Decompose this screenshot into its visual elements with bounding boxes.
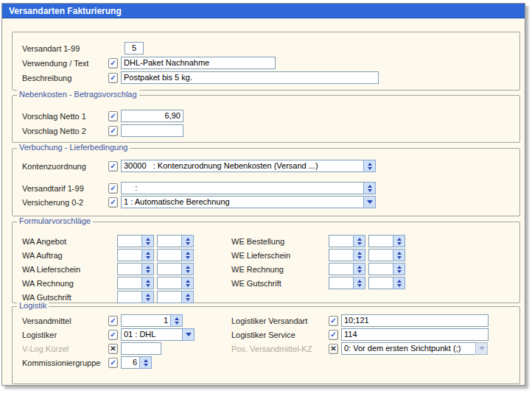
logistiker-select[interactable]: 01 : DHL [121,328,183,341]
pos-versandmittel-cross-button[interactable]: ✕ [329,344,338,354]
spinner-up-icon [146,238,150,241]
spinner-button[interactable] [181,263,194,275]
kontenzuordnung-spinner-button[interactable] [363,160,376,172]
versandtarif-row: Versandtarif 1-99 ✓ : [22,182,519,194]
versandmittel-input[interactable]: 1 [121,314,171,327]
netto2-input[interactable] [121,124,183,137]
we-gutschrift-label: WE Gutschrift [231,279,329,288]
versandtarif-input[interactable]: : [121,182,364,194]
wa-lieferschein-input-1[interactable] [117,263,142,275]
logistiker-versandart-check-button[interactable]: ✓ [329,316,338,326]
wa-angebot-input-2[interactable] [157,235,182,247]
we-rechnung-label: WE Rechnung [231,265,329,274]
verwendung-input[interactable]: DHL-Paket Nachnahme [121,57,276,69]
spinner-down-icon [357,256,362,259]
logistiker-service-check-button[interactable]: ✓ [329,330,338,340]
versandmittel-label: Versandmittel [22,317,108,325]
spinner-button[interactable] [353,277,365,289]
beschreibung-check-button[interactable]: ✓ [108,73,118,83]
spinner-up-icon [368,163,372,166]
versandmittel-spinner-button[interactable] [170,314,183,327]
spinner-button[interactable] [141,277,154,289]
check-icon: ✓ [110,317,116,325]
netto1-input[interactable]: 6,90 [121,110,183,122]
spinner-button[interactable] [141,263,154,275]
vlog-label: V-Log Kürzel [22,344,108,353]
we-lieferschein-input-2[interactable] [368,249,393,261]
versicherung-dropdown-button[interactable] [363,196,376,208]
spinner-button[interactable] [141,235,154,247]
pos-versandmittel-select[interactable]: 0: Vor dem ersten Srichtpunkt (;) [341,342,476,355]
spinner-up-icon [146,266,150,269]
spinner-button[interactable] [181,291,194,303]
spinner-up-icon [186,294,190,297]
wa-rechnung-input-2[interactable] [157,277,182,289]
versicherung-check-button[interactable]: ✓ [108,197,118,208]
netto2-check-button[interactable]: ✓ [108,126,118,136]
pos-versandmittel-dropdown-button [475,342,488,355]
dropdown-arrow-icon [479,347,485,350]
spinner-up-icon [175,317,179,320]
spinner-down-icon [357,242,362,245]
spinner-up-icon [186,266,190,269]
wa-auftrag-input-1[interactable] [117,249,142,261]
verwendung-check-button[interactable]: ✓ [108,58,118,68]
logistiker-check-button[interactable]: ✓ [108,330,118,340]
kontenzuordnung-row: Kontenzuordnung ✓ 30000 : Kontenzurodnun… [22,160,519,172]
spinner-up-icon [397,238,402,241]
wa-gutschrift-input-1[interactable] [117,291,142,303]
we-rechnung-input-2[interactable] [368,263,393,275]
versicherung-select[interactable]: 1 : Automatische Berechnung [121,196,364,208]
spinner-up-icon [397,266,402,269]
spinner-button[interactable] [393,235,405,247]
we-bestellung-input-2[interactable] [368,235,393,247]
we-lieferschein-input-1[interactable] [329,249,354,261]
group-nebenkosten-title: Nebenkosten - Betragsvorschlag [17,90,139,99]
group-logistik-title: Logistik [17,301,49,310]
netto1-check-button[interactable]: ✓ [108,111,118,121]
vlog-input[interactable] [121,342,161,355]
spinner-up-icon [397,280,402,283]
versandmittel-check-button[interactable]: ✓ [108,316,118,326]
spinner-button[interactable] [393,263,405,275]
kommissioniergruppe-check-button[interactable]: ✓ [108,358,118,368]
logistiker-versandart-input[interactable]: 10;121 [341,314,489,327]
wa-gutschrift-input-2[interactable] [157,291,182,303]
logistiker-service-input[interactable]: 114 [341,328,489,341]
we-rechnung-input-1[interactable] [329,263,354,275]
spinner-button[interactable] [393,249,405,261]
spinner-down-icon [186,284,190,287]
logistiker-dropdown-button[interactable] [182,328,195,341]
versandtarif-check-button[interactable]: ✓ [108,183,118,194]
kommissioniergruppe-spinner-button[interactable] [139,356,152,369]
spinner-button[interactable] [353,263,365,275]
wa-lieferschein-input-2[interactable] [157,263,182,275]
check-icon: ✓ [110,59,116,67]
group-logistik: Logistik Versandmittel ✓ 1 Logistiker ✓ … [12,306,520,384]
spinner-button[interactable] [141,249,154,261]
kommissioniergruppe-input[interactable]: 6 [121,356,140,369]
versandart-input[interactable]: 5 [125,42,144,54]
kontenzuordnung-input[interactable]: 30000 : Kontenzurodnung Nebenkosten (Ver… [121,160,364,172]
wa-rechnung-label: WA Rechnung [22,279,117,288]
check-icon: ✓ [110,127,116,135]
spinner-button[interactable] [353,249,365,261]
we-gutschrift-input-2[interactable] [368,277,393,289]
we-gutschrift-input-1[interactable] [329,277,354,289]
wa-angebot-input-1[interactable] [117,235,142,247]
wa-auftrag-input-2[interactable] [157,249,182,261]
wa-rechnung-input-1[interactable] [117,277,142,289]
spinner-button[interactable] [181,235,194,247]
kontenzuordnung-check-button[interactable]: ✓ [108,161,118,172]
spinner-button[interactable] [141,291,154,303]
versandtarif-spinner-button[interactable] [363,182,376,194]
we-bestellung-input-1[interactable] [329,235,354,247]
vlog-cross-button[interactable]: ✕ [108,344,118,354]
group-verbuchung: Verbuchung - Lieferbedingung Kontenzuord… [12,148,520,216]
spinner-down-icon [186,298,190,301]
spinner-button[interactable] [181,249,194,261]
spinner-button[interactable] [393,277,405,289]
spinner-button[interactable] [181,277,194,289]
beschreibung-input[interactable]: Postpaket bis 5 kg. [121,71,379,84]
spinner-button[interactable] [353,235,365,247]
